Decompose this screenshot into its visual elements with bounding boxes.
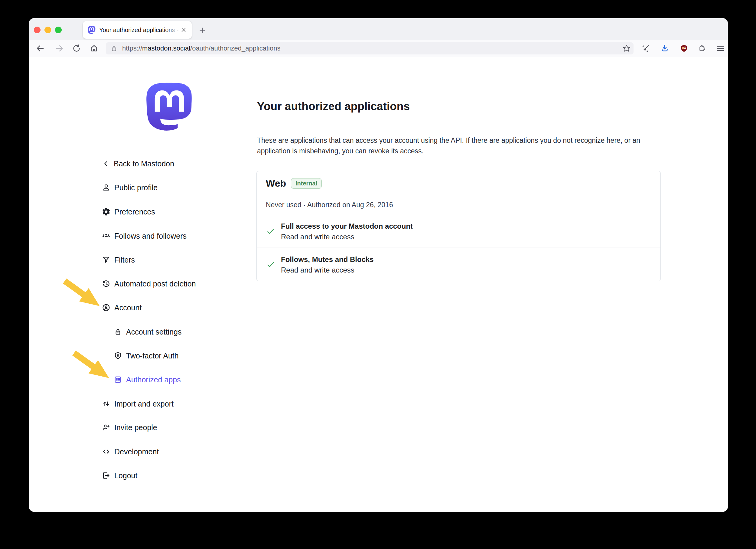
check-icon <box>266 226 275 236</box>
reload-icon <box>72 44 81 53</box>
sidebar-item-follows-and-followers[interactable]: Follows and followers <box>102 230 187 242</box>
ublock-origin-button[interactable]: uO <box>678 43 690 54</box>
close-window-button[interactable] <box>34 27 41 33</box>
permission-row: Follows, Mutes and Blocks Read and write… <box>257 255 660 274</box>
lock-icon <box>113 327 122 336</box>
sidebar-item-label: Back to Mastodon <box>114 159 174 168</box>
sidebar-item-label: Logout <box>114 471 137 480</box>
navigation-toolbar: https://mastodon.social/oauth/authorized… <box>29 40 728 57</box>
permission-detail: Read and write access <box>281 266 660 274</box>
url-scheme: https:// <box>122 44 142 52</box>
sidebar-item-label: Preferences <box>114 208 155 216</box>
sidebar-item-development[interactable]: Development <box>102 446 159 458</box>
sidebar-item-label: Authorized apps <box>126 375 181 384</box>
sidebar-item-invite-people[interactable]: Invite people <box>102 421 157 433</box>
download-icon <box>660 44 669 53</box>
lock-icon <box>110 44 118 52</box>
sidebar-item-preferences[interactable]: Preferences <box>102 206 155 218</box>
sidebar-item-two-factor-auth[interactable]: Two-factor Auth <box>113 350 179 362</box>
internal-badge: Internal <box>291 178 322 189</box>
url-host: mastodon.social <box>142 44 190 52</box>
sidebar-item-label: Automated post deletion <box>114 279 196 288</box>
puzzle-icon <box>698 44 707 53</box>
history-clock-icon <box>102 279 111 288</box>
permission-title: Full access to your Mastodon account <box>281 222 660 230</box>
browser-tab[interactable]: Your authorized applications - M <box>83 21 192 39</box>
home-icon <box>90 44 99 53</box>
sidebar-item-label: Public profile <box>114 183 158 192</box>
sidebar-item-label: Filters <box>114 256 135 264</box>
url-path: /oauth/authorized_applications <box>190 44 280 52</box>
code-icon <box>102 447 111 456</box>
sidebar-item-label: Import and export <box>114 400 174 408</box>
minimize-window-button[interactable] <box>44 27 51 33</box>
import-export-icon <box>102 399 111 408</box>
permission-title: Follows, Mutes and Blocks <box>281 255 660 264</box>
sidebar-item-label: Follows and followers <box>114 232 187 240</box>
downloads-button[interactable] <box>659 43 670 54</box>
app-name: Web <box>266 178 286 189</box>
card-divider <box>257 247 660 247</box>
back-button[interactable] <box>34 43 46 54</box>
broom-icon <box>641 44 650 53</box>
url-text: https://mastodon.social/oauth/authorized… <box>122 44 280 52</box>
sidebar-item-back-to-mastodon[interactable]: Back to Mastodon <box>102 158 174 170</box>
tab-favicon-mastodon-icon <box>88 26 96 34</box>
sidebar-item-label: Account settings <box>126 328 181 336</box>
gear-icon <box>102 207 111 216</box>
logout-icon <box>102 471 111 480</box>
group-icon <box>102 231 111 240</box>
person-icon <box>102 183 111 192</box>
sidebar-item-import-and-export[interactable]: Import and export <box>102 398 174 410</box>
sidebar-item-authorized-apps[interactable]: Authorized apps <box>113 374 181 386</box>
check-icon <box>266 260 275 269</box>
back-arrow-icon <box>36 44 45 53</box>
menu-button[interactable] <box>715 43 726 54</box>
person-add-icon <box>102 423 111 432</box>
extensions-button[interactable] <box>696 43 708 54</box>
svg-text:uO: uO <box>682 46 686 50</box>
traffic-lights <box>34 27 62 33</box>
sidebar-item-filters[interactable]: Filters <box>102 254 135 266</box>
sidebar-item-label: Development <box>114 447 159 456</box>
zoom-window-button[interactable] <box>55 27 62 33</box>
shield-clock-icon <box>113 351 122 360</box>
sidebar-item-label: Two-factor Auth <box>126 351 179 360</box>
tab-close-icon[interactable] <box>180 27 187 33</box>
browser-window: Your authorized applications - M <box>29 18 728 512</box>
sidebar-item-account[interactable]: Account <box>102 302 142 314</box>
permission-detail: Read and write access <box>281 233 660 241</box>
forward-arrow-icon <box>55 44 64 53</box>
permission-row: Full access to your Mastodon account Rea… <box>257 222 660 241</box>
bookmark-star-icon[interactable] <box>622 44 631 53</box>
app-card-header: Web Internal <box>266 178 322 189</box>
page-description: These are applications that can access y… <box>257 135 662 156</box>
tab-bar: Your authorized applications - M <box>29 18 728 40</box>
app-meta: Never used · Authorized on Aug 26, 2016 <box>266 201 393 209</box>
account-circle-icon <box>102 303 111 312</box>
authorized-app-card: Web Internal Never used · Authorized on … <box>256 171 661 281</box>
hamburger-menu-icon <box>716 44 725 53</box>
ublock-shield-icon: uO <box>679 44 689 53</box>
sidebar-item-public-profile[interactable]: Public profile <box>102 181 158 194</box>
clear-history-extension-button[interactable] <box>640 43 651 54</box>
sidebar-item-account-settings[interactable]: Account settings <box>113 326 181 338</box>
screenshot-stage: Your authorized applications - M <box>0 0 756 549</box>
page-title: Your authorized applications <box>257 100 410 113</box>
new-tab-button[interactable] <box>197 25 207 35</box>
funnel-icon <box>102 255 111 264</box>
list-alt-icon <box>113 375 122 384</box>
reload-button[interactable] <box>71 43 82 54</box>
tab-title-fade <box>163 24 180 36</box>
chevron-left-icon <box>102 159 110 168</box>
sidebar-item-label: Account <box>114 303 142 312</box>
home-button[interactable] <box>88 43 100 54</box>
page-content: Back to Mastodon Public profile Preferen… <box>29 57 728 512</box>
sidebar-item-logout[interactable]: Logout <box>102 469 137 482</box>
mastodon-logo <box>145 82 193 133</box>
sidebar-item-automated-post-deletion[interactable]: Automated post deletion <box>102 278 196 290</box>
sidebar-item-label: Invite people <box>114 423 157 432</box>
forward-button[interactable] <box>54 43 65 54</box>
url-bar[interactable]: https://mastodon.social/oauth/authorized… <box>106 42 634 54</box>
